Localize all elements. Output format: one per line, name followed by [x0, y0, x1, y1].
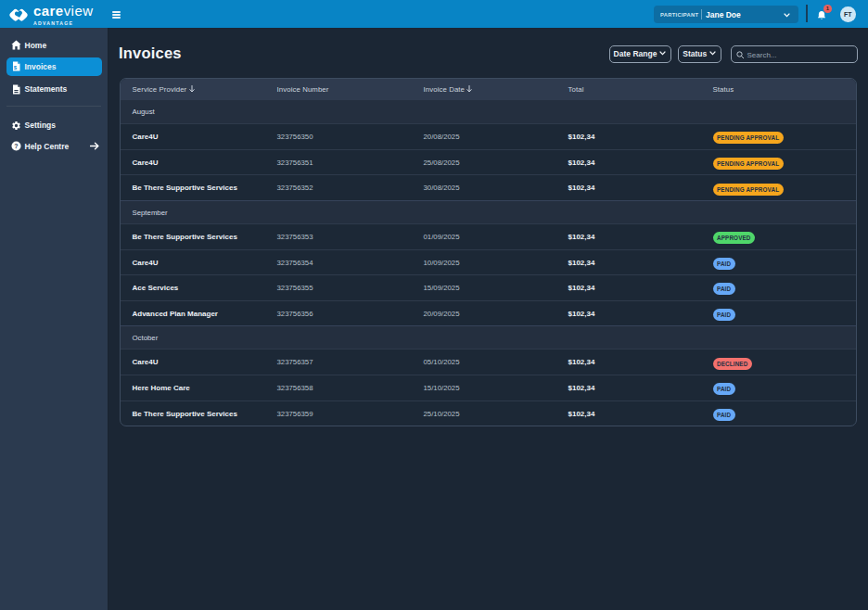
svg-text:?: ? [14, 143, 18, 149]
